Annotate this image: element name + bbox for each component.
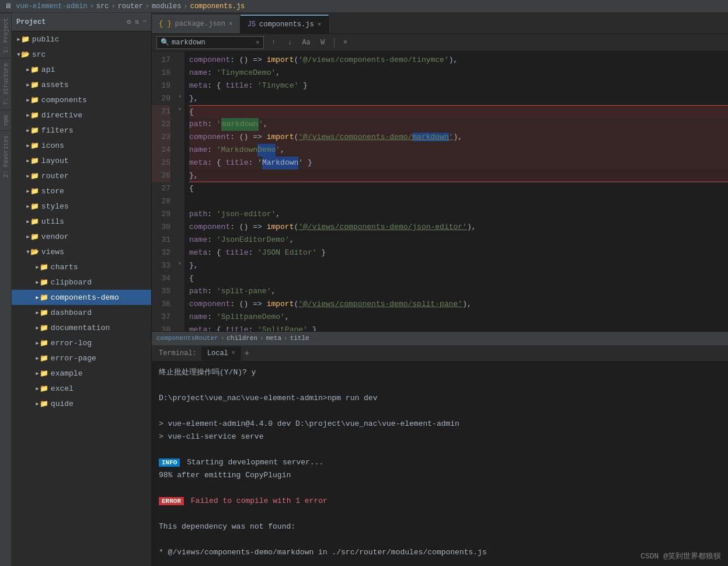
line-number-21: 21 [152, 105, 170, 118]
sidebar-with-labels: 1: Project 7: Structure npm 2: Favorites… [0, 13, 151, 566]
sidebar-item-directive[interactable]: ▸📁directive [12, 107, 151, 123]
sidebar-item-styles[interactable]: ▸📁styles [12, 199, 151, 214]
tab-package-json[interactable]: { } package.json × [152, 15, 241, 33]
code-line-28 [189, 195, 728, 208]
sidebar-item-excel[interactable]: ▸📁excel [12, 381, 151, 396]
tab-package-json-close[interactable]: × [229, 20, 233, 27]
sidebar-item-store[interactable]: ▸📁store [12, 183, 151, 199]
sidebar-item-router[interactable]: ▸📁router [12, 168, 151, 183]
code-line-37: name: 'SplitpaneDemo', [189, 311, 728, 324]
sidebar-item-public[interactable]: ▸📁public [12, 32, 151, 47]
folder-icon-vendor: 📁 [30, 232, 39, 241]
tab-components-js[interactable]: JS components.js × [241, 15, 329, 33]
sidebar-item-dashboard[interactable]: ▸📁dashboard [12, 305, 151, 320]
folder-icon-router: 📁 [30, 172, 39, 180]
terminal-add-btn[interactable]: + [245, 349, 249, 358]
prev-match-btn[interactable]: ↑ [267, 36, 280, 49]
sidebar-item-error-page[interactable]: ▸📁error-page [12, 350, 151, 366]
fold-38 [175, 321, 184, 331]
breadcrumb-app[interactable]: vue-element-admin [16, 2, 87, 11]
fold-26 [175, 167, 184, 180]
folder-arrow-store: ▸ [26, 186, 30, 196]
sidebar-label-layout: layout [41, 157, 69, 165]
sidebar-item-error-log[interactable]: ▸📁error-log [12, 335, 151, 350]
line-number-26: 26 [152, 169, 170, 182]
code-line-23: component: () => import('@/views/compone… [189, 131, 728, 144]
sidebar-item-components[interactable]: ▸📁components [12, 92, 151, 107]
breadcrumb-file[interactable]: components.js [190, 2, 245, 11]
sidebar: 1: Project 7: Structure npm 2: Favorites… [0, 13, 152, 566]
sort-icon[interactable]: ⇅ [135, 18, 139, 26]
sidebar-item-layout[interactable]: ▸📁layout [12, 153, 151, 168]
line-number-36: 36 [152, 298, 170, 311]
sidebar-label-error-log: error-log [51, 339, 92, 348]
terminal-tab-local[interactable]: Local × [201, 346, 241, 360]
sidebar-label-vendor: vendor [41, 232, 69, 241]
line-number-32: 32 [152, 246, 170, 259]
terminal-tab-close[interactable]: × [232, 350, 235, 356]
sidebar-item-src[interactable]: ▾📂src [12, 47, 151, 62]
breadcrumb-router[interactable]: router [118, 2, 143, 11]
sidebar-label-store: store [41, 187, 64, 196]
search-input[interactable]: markdown [172, 39, 253, 47]
match-case-btn[interactable]: Aa [300, 36, 313, 49]
terminal-line [159, 379, 721, 392]
line-number-33: 33 [152, 259, 170, 272]
sidebar-item-vendor[interactable]: ▸📁vendor [12, 229, 151, 244]
sidebar-item-utils[interactable]: ▸📁utils [12, 214, 151, 229]
fold-37 [175, 308, 184, 321]
status-sep-1: › [221, 335, 225, 342]
sidebar-item-api[interactable]: ▸📁api [12, 62, 151, 77]
sidebar-item-filters[interactable]: ▸📁filters [12, 123, 151, 138]
tab-components-js-close[interactable]: × [318, 21, 322, 28]
sidebar-item-clipboard[interactable]: ▸📁clipboard [12, 275, 151, 290]
fold-21[interactable]: ▾ [175, 103, 184, 116]
next-match-btn[interactable]: ↓ [284, 36, 297, 49]
line-number-23: 23 [152, 131, 170, 144]
project-tab[interactable]: 1: Project [0, 13, 11, 58]
sidebar-label-quide: quide [51, 400, 74, 408]
sidebar-item-charts[interactable]: ▸📁charts [12, 259, 151, 275]
folder-icon-error-page: 📁 [40, 354, 48, 363]
breadcrumb-src[interactable]: src [96, 2, 109, 11]
folder-arrow-public: ▸ [16, 34, 21, 44]
sidebar-label-charts: charts [51, 263, 78, 272]
code-line-18: name: 'TinymceDemo', [189, 67, 728, 79]
sidebar-label-filters: filters [41, 126, 74, 135]
npm-tab[interactable]: npm [0, 110, 11, 130]
sidebar-label-api: api [41, 65, 55, 74]
sidebar-item-quide[interactable]: ▸📁quide [12, 396, 151, 411]
fold-20[interactable]: ▾ [175, 90, 184, 103]
structure-tab[interactable]: 7: Structure [0, 58, 11, 110]
folder-arrow-layout: ▸ [26, 156, 30, 165]
watermark: CSDN @笑到世界都狼狈 [640, 551, 721, 561]
sidebar-item-icons[interactable]: ▸📁icons [12, 138, 151, 153]
sidebar-item-views[interactable]: ▾📂views [12, 244, 151, 259]
fold-35 [175, 283, 184, 296]
breadcrumb-modules[interactable]: modules [152, 2, 181, 11]
line-number-28: 28 [152, 195, 170, 208]
sidebar-item-documentation[interactable]: ▸📁documentation [12, 320, 151, 335]
code-line-21: { [189, 105, 728, 118]
sidebar-item-components-demo[interactable]: ▸📁components-demo [12, 290, 151, 305]
terminal-label: Terminal: [156, 349, 199, 357]
sidebar-item-assets[interactable]: ▸📁assets [12, 77, 151, 92]
folder-arrow-excel: ▸ [35, 384, 40, 393]
search-clear[interactable]: × [256, 39, 260, 46]
code-line-27: { [189, 182, 728, 195]
favorites-tab[interactable]: 2: Favorites [0, 130, 11, 182]
settings-icon[interactable]: ⚙ [127, 18, 131, 26]
status-bar: componentsRouter › children › meta › tit… [152, 331, 728, 344]
close-search-btn[interactable]: × [339, 36, 352, 49]
minimize-icon[interactable]: − [142, 18, 147, 26]
code-content[interactable]: component: () => import('@/views/compone… [184, 51, 728, 331]
match-word-btn[interactable]: W [316, 36, 329, 49]
sidebar-item-example[interactable]: ▸📁example [12, 366, 151, 381]
fold-33[interactable]: ▾ [175, 257, 184, 270]
info-badge: INFO [159, 459, 180, 467]
folder-icon-filters: 📁 [30, 126, 39, 135]
terminal-tabs: Terminal: Local × + [152, 345, 728, 362]
bc-sep-4: › [183, 2, 187, 11]
breadcrumb-bar: 🖥 vue-element-admin › src › router › mod… [0, 0, 728, 13]
terminal-line: * @/views/components-demo/markdown in ./… [159, 546, 721, 559]
